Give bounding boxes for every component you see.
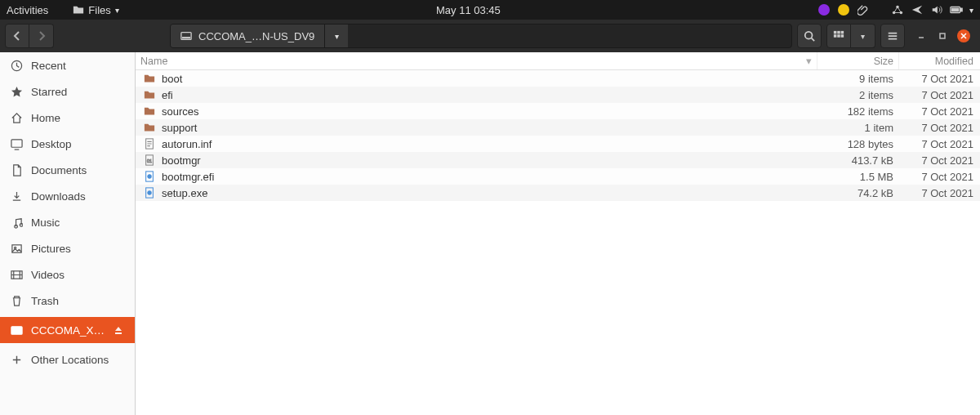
clock[interactable]: May 11 03:45: [119, 4, 817, 16]
svg-rect-7: [183, 38, 190, 38]
forward-button[interactable]: [29, 24, 54, 48]
column-headers: Name ▾ Size Modified: [136, 52, 980, 70]
file-name: support: [162, 122, 817, 134]
file-type-icon: [144, 122, 157, 133]
file-row[interactable]: support1 item7 Oct 2021: [136, 119, 980, 136]
sidebar-item-label: Pictures: [31, 243, 125, 255]
tray-app-icon-2[interactable]: [837, 3, 850, 16]
sidebar-item-label: Other Locations: [31, 354, 125, 366]
sidebar-item-starred[interactable]: Starred: [0, 78, 135, 105]
sort-indicator-icon[interactable]: ▾: [800, 55, 817, 67]
file-size: 1.5 MB: [817, 171, 898, 183]
file-row[interactable]: setup.exe74.2 kB7 Oct 2021: [136, 185, 980, 201]
file-modified: 7 Oct 2021: [898, 138, 980, 150]
attachment-icon[interactable]: [857, 3, 870, 16]
chevron-down-icon: ▾: [861, 32, 865, 41]
file-row[interactable]: boot9 items7 Oct 2021: [136, 70, 980, 87]
sidebar-item-recent[interactable]: Recent: [0, 52, 135, 78]
sidebar-item-documents[interactable]: Documents: [0, 157, 135, 183]
sidebar-item-mount[interactable]: CCCOMA_X6…: [0, 317, 135, 343]
svg-rect-12: [834, 34, 837, 38]
sidebar-item-desktop[interactable]: Desktop: [0, 131, 135, 157]
svg-point-28: [148, 191, 151, 194]
column-header-name[interactable]: Name: [136, 56, 800, 67]
file-size: 2 items: [817, 89, 898, 101]
battery-icon[interactable]: [950, 3, 963, 16]
minimize-button[interactable]: [915, 29, 928, 42]
chevron-down-icon: ▾: [335, 32, 339, 41]
file-type-icon: [144, 105, 157, 117]
file-size: 74.2 kB: [817, 187, 898, 199]
file-type-icon: 01: [144, 154, 157, 166]
clock-icon: [10, 59, 23, 72]
file-modified: 7 Oct 2021: [898, 105, 980, 118]
column-header-modified[interactable]: Modified: [898, 52, 980, 69]
svg-rect-11: [841, 31, 844, 34]
trash-icon: [10, 294, 23, 307]
path-segment-drive[interactable]: CCCOMA_…N-US_DV9: [171, 25, 325, 47]
file-name: boot: [162, 73, 817, 85]
sidebar-item-trash[interactable]: Trash: [0, 288, 135, 314]
close-button[interactable]: [957, 29, 970, 42]
view-options-dropdown[interactable]: ▾: [851, 24, 875, 48]
sidebar-item-label: Videos: [31, 269, 125, 281]
file-modified: 7 Oct 2021: [898, 122, 980, 134]
file-name: setup.exe: [162, 187, 817, 199]
file-row[interactable]: 01bootmgr413.7 kB7 Oct 2021: [136, 152, 980, 168]
sidebar-item-home[interactable]: Home: [0, 105, 135, 131]
network-icon[interactable]: [891, 3, 904, 16]
app-menu-label: Files: [88, 4, 110, 16]
gnome-top-panel: Activities Files ▾ May 11 03:45 ▾: [0, 0, 980, 20]
search-button[interactable]: [797, 24, 822, 48]
sidebar-item-music[interactable]: Music: [0, 209, 135, 235]
svg-rect-5: [952, 8, 959, 11]
file-type-icon: [144, 73, 157, 84]
airplane-icon[interactable]: [911, 3, 924, 16]
svg-rect-10: [837, 31, 840, 34]
file-row[interactable]: autorun.inf128 bytes7 Oct 2021: [136, 136, 980, 152]
eject-icon[interactable]: [114, 325, 125, 335]
file-name: autorun.inf: [162, 138, 817, 150]
sidebar-item-label: Documents: [31, 164, 125, 176]
file-row[interactable]: efi2 items7 Oct 2021: [136, 87, 980, 103]
svg-text:01: 01: [147, 158, 152, 163]
svg-rect-14: [841, 34, 844, 38]
file-modified: 7 Oct 2021: [898, 187, 980, 199]
desktop-icon: [10, 137, 23, 150]
system-menu-chevron-icon[interactable]: ▾: [969, 6, 973, 15]
app-menu[interactable]: Files ▾: [73, 4, 118, 16]
places-sidebar: Recent Starred Home Desktop Documents Do…: [0, 52, 136, 415]
music-icon: [10, 216, 23, 229]
file-name: bootmgr.efi: [162, 171, 817, 183]
svg-rect-13: [837, 34, 840, 38]
file-row[interactable]: sources182 items7 Oct 2021: [136, 103, 980, 119]
file-list-view: Name ▾ Size Modified boot9 items7 Oct 20…: [136, 52, 980, 415]
file-type-icon: [144, 187, 157, 199]
sidebar-item-label: Starred: [31, 86, 125, 98]
back-button[interactable]: [5, 24, 29, 48]
tray-app-icon-1[interactable]: [817, 3, 831, 16]
sidebar-item-downloads[interactable]: Downloads: [0, 183, 135, 209]
sidebar-item-other-locations[interactable]: Other Locations: [0, 346, 135, 373]
sidebar-item-videos[interactable]: Videos: [0, 261, 135, 288]
sidebar-item-label: Recent: [31, 60, 125, 72]
file-modified: 7 Oct 2021: [898, 171, 980, 183]
location-bar[interactable]: CCCOMA_…N-US_DV9 ▾: [170, 24, 792, 48]
sidebar-item-label: Desktop: [31, 138, 125, 150]
path-segment-label: CCCOMA_…N-US_DV9: [198, 30, 314, 42]
column-header-size[interactable]: Size: [817, 52, 898, 69]
hamburger-menu-button[interactable]: [880, 24, 905, 48]
file-modified: 7 Oct 2021: [898, 89, 980, 101]
svg-rect-15: [940, 33, 945, 38]
picture-icon: [10, 242, 23, 255]
sidebar-item-pictures[interactable]: Pictures: [0, 235, 135, 261]
maximize-button[interactable]: [936, 29, 949, 42]
activities-button[interactable]: Activities: [7, 4, 48, 16]
view-grid-button[interactable]: [826, 24, 851, 48]
volume-icon[interactable]: [930, 3, 943, 16]
drive-icon: [180, 30, 192, 42]
video-icon: [10, 268, 23, 281]
file-row[interactable]: bootmgr.efi1.5 MB7 Oct 2021: [136, 168, 980, 185]
svg-rect-4: [960, 8, 962, 11]
path-dropdown[interactable]: ▾: [325, 25, 348, 47]
